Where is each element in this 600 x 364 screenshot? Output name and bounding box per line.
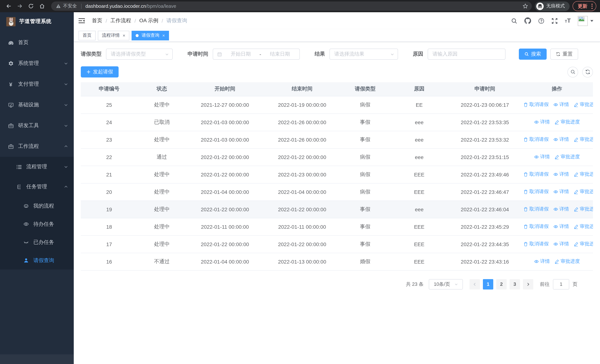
list-icon bbox=[16, 164, 22, 170]
goto-page-input[interactable] bbox=[553, 279, 569, 289]
breadcrumb-item[interactable]: 首页 bbox=[92, 18, 102, 24]
detail-action-link[interactable]: 详情 bbox=[553, 241, 569, 247]
detail-action-link[interactable]: 详情 bbox=[553, 223, 569, 230]
browser-reload-icon[interactable] bbox=[26, 1, 36, 11]
sidebar-item-流程管理[interactable]: 流程管理 bbox=[0, 157, 74, 177]
sidebar-item-已办任务[interactable]: 已办任务 bbox=[0, 233, 74, 251]
progress-action-link[interactable]: 审批进度 bbox=[573, 136, 593, 143]
cancel-action-link[interactable]: 取消请假 bbox=[523, 101, 549, 108]
browser-menu-icon[interactable] bbox=[591, 3, 593, 9]
bookmark-star-icon[interactable] bbox=[521, 2, 530, 10]
tab-流程详情[interactable]: 流程详情× bbox=[98, 31, 129, 40]
cancel-action-link[interactable]: 取消请假 bbox=[523, 188, 549, 195]
user-avatar[interactable] bbox=[578, 16, 593, 26]
tab-请假查询[interactable]: 请假查询× bbox=[131, 31, 169, 40]
next-page-button[interactable] bbox=[523, 279, 533, 289]
sidebar-item-待办任务[interactable]: 待办任务 bbox=[0, 215, 74, 233]
cancel-action-link[interactable]: 取消请假 bbox=[523, 223, 549, 230]
sidebar-item-系统管理[interactable]: 系统管理 bbox=[0, 53, 74, 74]
sidebar-item-工作流程[interactable]: 工作流程 bbox=[0, 136, 74, 157]
page-button-3[interactable]: 3 bbox=[510, 279, 520, 289]
cell-start: 2022-01-22 00:00:00 bbox=[186, 148, 263, 166]
breadcrumb-item: 请假查询 bbox=[166, 18, 187, 24]
refresh-table-button[interactable] bbox=[582, 66, 593, 77]
breadcrumb-item[interactable]: OA 示例 bbox=[139, 18, 159, 24]
github-icon[interactable] bbox=[525, 18, 531, 24]
tab-首页[interactable]: 首页 bbox=[79, 31, 96, 40]
apply-time-range-picker[interactable]: 开始日期 - 结束日期 bbox=[213, 48, 300, 60]
table-row: 19处理中2022-01-22 00:00:002022-01-22 00:00… bbox=[81, 201, 593, 218]
sidebar-item-请假查询[interactable]: 请假查询 bbox=[0, 251, 74, 270]
cell-type: 事假 bbox=[341, 201, 390, 218]
reason-input[interactable]: 请输入原因 bbox=[428, 48, 506, 60]
progress-action-link[interactable]: 审批进度 bbox=[573, 223, 593, 230]
detail-action-link[interactable]: 详情 bbox=[534, 258, 550, 265]
close-icon[interactable]: × bbox=[123, 33, 125, 38]
cell-id: 25 bbox=[81, 96, 138, 113]
prev-page-button[interactable] bbox=[469, 279, 480, 289]
sidebar-item-首页[interactable]: 首页 bbox=[0, 32, 74, 53]
yen-icon: ¥ bbox=[8, 81, 14, 87]
pen-icon bbox=[573, 207, 578, 212]
sidebar-toggle-icon[interactable] bbox=[79, 18, 85, 23]
browser-home-icon[interactable] bbox=[37, 1, 47, 11]
progress-action-link[interactable]: 审批进度 bbox=[554, 258, 580, 265]
breadcrumb-item[interactable]: 工作流程 bbox=[111, 18, 131, 24]
help-icon[interactable] bbox=[538, 18, 544, 24]
browser-forward-icon[interactable] bbox=[15, 1, 24, 11]
page-button-1[interactable]: 1 bbox=[483, 279, 493, 289]
sidebar-item-我的流程[interactable]: 我的流程 bbox=[0, 197, 74, 215]
font-size-icon[interactable]: TT bbox=[565, 18, 571, 24]
progress-action-link[interactable]: 审批进度 bbox=[573, 171, 593, 178]
cancel-action-link[interactable]: 取消请假 bbox=[523, 171, 549, 178]
active-dot bbox=[136, 34, 139, 37]
progress-action-link[interactable]: 审批进度 bbox=[554, 119, 580, 125]
detail-action-link[interactable]: 详情 bbox=[553, 206, 569, 213]
detail-action-link[interactable]: 详情 bbox=[534, 119, 550, 125]
page-size-select[interactable]: 10条/页 bbox=[429, 279, 463, 289]
sidebar-collapse-bar[interactable] bbox=[0, 354, 74, 364]
browser-update-button[interactable]: 更新 bbox=[572, 1, 596, 11]
close-icon[interactable]: × bbox=[162, 33, 165, 38]
sidebar-item-任务管理[interactable]: 任务管理 bbox=[0, 177, 74, 197]
detail-action-link[interactable]: 详情 bbox=[553, 101, 569, 108]
search-button[interactable]: 搜索 bbox=[519, 48, 547, 60]
reset-button[interactable]: 重置 bbox=[550, 48, 578, 60]
date-end-input[interactable]: 结束日期 bbox=[265, 51, 295, 57]
app-logo[interactable]: 芋道管理系统 bbox=[0, 12, 74, 31]
date-start-input[interactable]: 开始日期 bbox=[225, 51, 256, 57]
create-leave-button[interactable]: 发起请假 bbox=[81, 66, 119, 77]
progress-action-link[interactable]: 审批进度 bbox=[573, 188, 593, 195]
security-warning[interactable]: 不安全 bbox=[56, 3, 77, 9]
sidebar-item-支付管理[interactable]: ¥支付管理 bbox=[0, 74, 74, 94]
leave-type-select[interactable]: 请选择请假类型 bbox=[106, 48, 173, 60]
sidebar-item-label: 支付管理 bbox=[18, 81, 64, 87]
progress-action-link[interactable]: 审批进度 bbox=[573, 241, 593, 247]
result-select[interactable]: 请选择流结果 bbox=[329, 48, 398, 60]
sidebar-item-研发工具[interactable]: 研发工具 bbox=[0, 115, 74, 136]
detail-action-link[interactable]: 详情 bbox=[553, 136, 569, 143]
cell-status: 处理中 bbox=[138, 183, 187, 201]
sidebar-item-基础设施[interactable]: 基础设施 bbox=[0, 94, 74, 115]
fullscreen-icon[interactable] bbox=[552, 18, 558, 24]
progress-action-link[interactable]: 审批进度 bbox=[573, 101, 593, 108]
detail-action-link[interactable]: 详情 bbox=[553, 171, 569, 178]
cancel-action-link[interactable]: 取消请假 bbox=[523, 206, 549, 213]
progress-action-link[interactable]: 审批进度 bbox=[554, 154, 580, 160]
page-button-2[interactable]: 2 bbox=[496, 279, 506, 289]
tab-label: 流程详情 bbox=[102, 32, 120, 38]
show-search-button[interactable] bbox=[567, 66, 578, 77]
cancel-action-link[interactable]: 取消请假 bbox=[523, 241, 549, 247]
cell-apply: 2022-01-23 00:06:17 bbox=[449, 96, 521, 113]
progress-action-link[interactable]: 审批进度 bbox=[573, 206, 593, 213]
cancel-action-link[interactable]: 取消请假 bbox=[523, 136, 549, 143]
detail-action-link[interactable]: 详情 bbox=[534, 154, 550, 160]
pen-icon bbox=[554, 259, 559, 264]
cell-apply: 2022-01-22 23:53:32 bbox=[449, 131, 521, 148]
column-header: 操作 bbox=[521, 82, 593, 96]
detail-action-link[interactable]: 详情 bbox=[553, 188, 569, 195]
cell-id: 19 bbox=[81, 201, 138, 218]
address-bar[interactable]: 不安全 dashboard.yudao.iocoder.cn/bpm/oa/le… bbox=[51, 1, 532, 11]
search-icon[interactable] bbox=[511, 18, 517, 24]
browser-back-icon[interactable] bbox=[4, 1, 13, 11]
